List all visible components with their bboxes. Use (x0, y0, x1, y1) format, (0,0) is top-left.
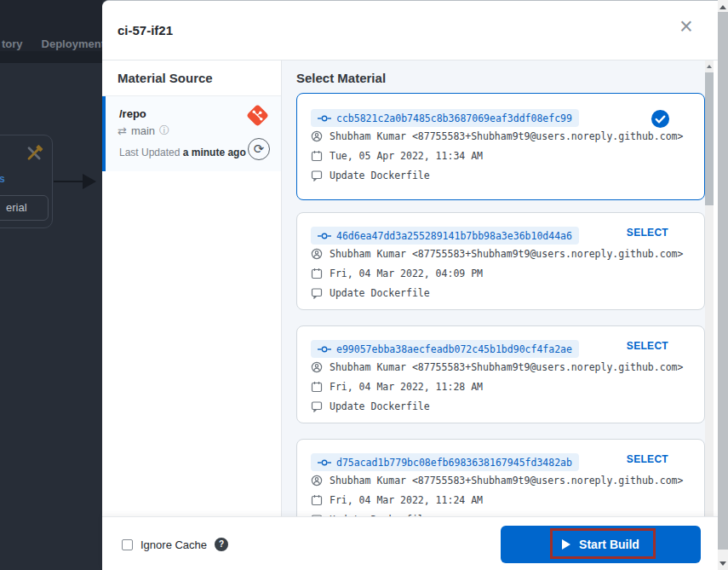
material-list-scrollbar-thumb[interactable] (705, 72, 714, 205)
branch-swap-icon: ⇄ (118, 124, 127, 137)
sync-icon: ⟳ (254, 141, 265, 156)
commit-author: Shubham Kumar <87755583+Shubham9t9@users… (330, 475, 683, 487)
page-title: ci-57-if21 (118, 23, 173, 37)
commit-author-row: Shubham Kumar <87755583+Shubham9t9@users… (311, 360, 691, 373)
app-tabs: tory Deployment M (2, 37, 117, 50)
git-commit-icon (318, 114, 331, 123)
material-item-repo[interactable]: /repo ⇄ main ⓘ Last Updated a minute ago (102, 96, 281, 171)
material-list-scrollbar[interactable] (705, 60, 714, 516)
commit-card[interactable]: d75acad1b779bc08efb6983638167945fd3482ab… (296, 439, 705, 516)
topbar-divider (0, 51, 102, 63)
scrollbar-up-icon[interactable] (707, 65, 712, 68)
material-source-heading: Material Source (102, 60, 281, 96)
calendar-icon (311, 150, 323, 162)
select-button[interactable]: SELECT (627, 227, 668, 239)
commit-hash-badge[interactable]: e99057ebba38aecfeadb072c45b1bd90cf4fa2ae (311, 340, 579, 358)
start-build-label: Start Build (579, 538, 639, 551)
help-icon[interactable]: ? (215, 538, 228, 551)
repo-name: /repo (119, 107, 146, 120)
commit-date-row: Fri, 04 Mar 2022, 11:28 AM (311, 380, 691, 393)
commit-date-row: Tue, 05 Apr 2022, 11:34 AM (311, 149, 691, 162)
select-button[interactable]: SELECT (627, 340, 668, 352)
commit-hash: d75acad1b779bc08efb6983638167945fd3482ab (336, 457, 572, 469)
play-icon (562, 539, 570, 550)
selected-check-icon (651, 109, 670, 129)
commit-author: Shubham Kumar <87755583+Shubham9t9@users… (330, 361, 683, 373)
select-material-panel: Select Material ccb5821c2a0b7485c8b36870… (282, 60, 714, 516)
scrollbar-down-icon[interactable] (719, 561, 726, 566)
author-icon (311, 361, 323, 373)
modal-header: ci-57-if21 × (102, 1, 718, 60)
commit-message: Update Dockerfile (330, 287, 430, 299)
comment-icon (311, 287, 323, 299)
page-scrollbar[interactable] (718, 0, 728, 570)
workflow-arrow-line (54, 181, 85, 182)
scrollbar-up-icon[interactable] (719, 5, 726, 9)
comment-icon (311, 170, 323, 181)
ignore-cache-row: Ignore Cache ? (122, 538, 228, 551)
page: tory Deployment M s erial ci-57-if21 × M… (0, 0, 728, 570)
page-scrollbar-thumb[interactable] (718, 12, 728, 550)
material-source-sidebar: Material Source /repo ⇄ main ⓘ Last Upda… (102, 60, 282, 516)
commit-message: Update Dockerfile (330, 400, 430, 412)
commit-hash: ccb5821c2a0b7485c8b3687069eaf3ddf08efc99 (336, 112, 572, 124)
calendar-icon (311, 381, 323, 393)
app-topbar: tory Deployment M (0, 0, 102, 51)
commit-message-row: Update Dockerfile (311, 286, 691, 299)
workflow-arrow-icon (83, 174, 96, 189)
git-provider-icon (246, 104, 269, 127)
git-commit-icon (318, 458, 331, 467)
refresh-material-button[interactable]: ⟳ (248, 138, 270, 160)
commit-hash-row: ccb5821c2a0b7485c8b3687069eaf3ddf08efc99 (311, 109, 691, 126)
calendar-icon (311, 494, 323, 506)
select-material-heading: Select Material (296, 71, 386, 85)
commit-hash-badge[interactable]: ccb5821c2a0b7485c8b3687069eaf3ddf08efc99 (311, 109, 579, 127)
tab-history-partial: tory (2, 37, 23, 50)
ignore-cache-label: Ignore Cache (140, 538, 207, 551)
commit-author: Shubham Kumar <87755583+Shubham9t9@users… (330, 248, 683, 260)
commit-date: Fri, 04 Mar 2022, 04:09 PM (330, 268, 483, 279)
last-updated-row: Last Updated a minute ago (119, 147, 246, 158)
commit-message: Update Dockerfile (330, 170, 430, 181)
ignore-cache-checkbox[interactable] (122, 539, 133, 550)
build-trigger-modal: ci-57-if21 × Material Source /repo ⇄ mai… (102, 0, 718, 570)
git-commit-icon (318, 345, 331, 354)
commit-author-row: Shubham Kumar <87755583+Shubham9t9@users… (311, 130, 691, 142)
last-updated-value: a minute ago (183, 147, 246, 158)
commit-hash: e99057ebba38aecfeadb072c45b1bd90cf4fa2ae (336, 343, 572, 355)
start-build-button[interactable]: Start Build (501, 526, 701, 563)
commit-hash: 46d6ea47dd3a255289141b7bb98a3e36b10d44a6 (336, 230, 572, 242)
modal-footer: Ignore Cache ? Start Build (102, 516, 718, 570)
commit-hash-badge[interactable]: 46d6ea47dd3a255289141b7bb98a3e36b10d44a6 (311, 227, 579, 245)
commit-card[interactable]: 46d6ea47dd3a255289141b7bb98a3e36b10d44a6… (296, 212, 705, 310)
commit-author-row: Shubham Kumar <87755583+Shubham9t9@users… (311, 474, 691, 487)
author-icon (311, 475, 323, 487)
author-icon (311, 248, 323, 260)
branch-row: ⇄ main ⓘ (118, 124, 169, 138)
build-tools-icon (23, 142, 45, 164)
close-icon[interactable]: × (672, 13, 701, 42)
commit-date: Fri, 04 Mar 2022, 11:28 AM (330, 381, 483, 393)
branch-name: main (131, 124, 155, 137)
commit-date: Fri, 04 Mar 2022, 11:24 AM (330, 494, 483, 506)
select-button[interactable]: SELECT (627, 453, 668, 465)
author-icon (311, 130, 323, 142)
commit-author: Shubham Kumar <87755583+Shubham9t9@users… (330, 130, 683, 142)
commit-message-row: Update Dockerfile (311, 169, 691, 181)
commit-card[interactable]: ccb5821c2a0b7485c8b3687069eaf3ddf08efc99… (296, 93, 705, 200)
commit-hash-badge[interactable]: d75acad1b779bc08efb6983638167945fd3482ab (311, 453, 579, 471)
workflow-link-fragment: s (0, 173, 5, 185)
info-icon: ⓘ (159, 124, 169, 138)
commit-date-row: Fri, 04 Mar 2022, 11:24 AM (311, 493, 691, 506)
commit-card[interactable]: e99057ebba38aecfeadb072c45b1bd90cf4fa2ae… (296, 325, 705, 423)
comment-icon (311, 400, 323, 412)
commit-date: Tue, 05 Apr 2022, 11:34 AM (330, 150, 483, 162)
commit-author-row: Shubham Kumar <87755583+Shubham9t9@users… (311, 247, 691, 260)
commit-message-row: Update Dockerfile (311, 400, 691, 412)
last-updated-label: Last Updated (119, 147, 180, 158)
calendar-icon (311, 268, 323, 279)
git-commit-icon (318, 232, 331, 240)
workflow-card: s erial (0, 135, 53, 228)
commit-date-row: Fri, 04 Mar 2022, 04:09 PM (311, 267, 691, 279)
select-material-button-partial: erial (0, 195, 49, 221)
